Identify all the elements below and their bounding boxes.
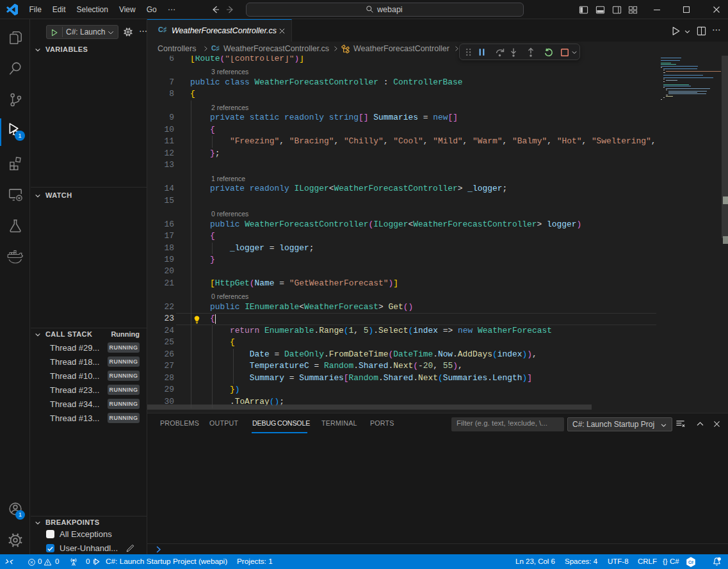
svg-text:C#: C# [688,560,694,565]
